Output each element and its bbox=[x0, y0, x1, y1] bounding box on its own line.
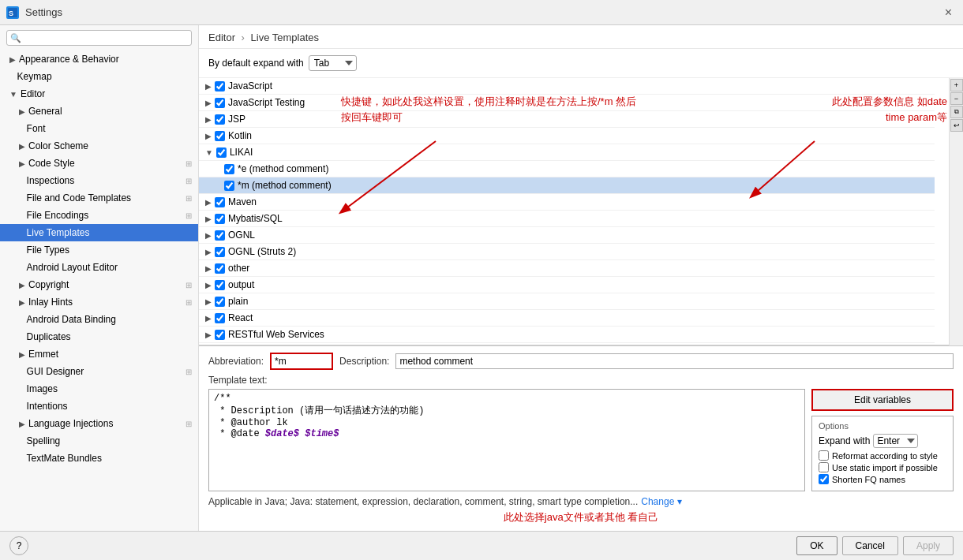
group-output[interactable]: ▶ output bbox=[199, 277, 935, 293]
expand-arrow-icon: ▼ bbox=[205, 148, 213, 157]
group-jsp-checkbox[interactable] bbox=[215, 114, 225, 125]
group-likai[interactable]: ▼ LIKAI bbox=[199, 144, 935, 161]
arrow-icon: ▼ bbox=[9, 90, 17, 99]
sidebar-item-file-types[interactable]: File Types bbox=[0, 241, 198, 259]
child-label: *e (method comment) bbox=[238, 163, 328, 174]
sidebar-item-android-data-binding[interactable]: Android Data Binding bbox=[0, 311, 198, 328]
group-mybatis[interactable]: ▶ Mybatis/SQL bbox=[199, 211, 935, 227]
close-button[interactable]: × bbox=[940, 4, 957, 21]
group-maven[interactable]: ▶ Maven bbox=[199, 194, 935, 211]
sidebar-item-code-style[interactable]: ▶ Code Style ⊞ bbox=[0, 155, 198, 172]
group-kotlin[interactable]: ▶ Kotlin bbox=[199, 128, 935, 144]
edit-variables-button[interactable]: Edit variables bbox=[811, 389, 954, 411]
arrow-icon bbox=[19, 229, 24, 237]
sidebar-item-intentions[interactable]: Intentions bbox=[0, 398, 198, 415]
template-code[interactable]: /** * Description (请用一句话描述方法的功能) * @auth… bbox=[208, 389, 805, 491]
group-jsp[interactable]: ▶ JSP bbox=[199, 111, 935, 128]
expand-label: By default expand with bbox=[208, 58, 304, 69]
group-other[interactable]: ▶ other bbox=[199, 260, 935, 277]
template-text-label: Template text: bbox=[208, 375, 954, 386]
expand-select[interactable]: Tab Enter Space bbox=[309, 55, 357, 71]
sidebar-item-label: General bbox=[28, 106, 62, 117]
group-kotlin-checkbox[interactable] bbox=[215, 131, 225, 141]
sidebar-item-duplicates[interactable]: Duplicates bbox=[0, 328, 198, 345]
group-javascript-testing[interactable]: ▶ JavaScript Testing bbox=[199, 95, 935, 111]
template-list[interactable]: ▶ JavaScript ▶ JavaScript Testing ▶ bbox=[199, 78, 949, 345]
change-link[interactable]: Change ▾ bbox=[641, 496, 681, 507]
page-icon: ⊞ bbox=[185, 420, 192, 428]
sidebar-item-images[interactable]: Images bbox=[0, 380, 198, 398]
group-ognl-struts2[interactable]: ▶ OGNL (Struts 2) bbox=[199, 244, 935, 260]
sidebar-item-language-injections[interactable]: ▶ Language Injections ⊞ bbox=[0, 415, 198, 432]
group-javascript-checkbox[interactable] bbox=[215, 81, 225, 91]
description-input[interactable] bbox=[395, 353, 954, 369]
group-likai-checkbox[interactable] bbox=[216, 147, 227, 158]
apply-button[interactable]: Apply bbox=[903, 536, 954, 555]
group-restful[interactable]: ▶ RESTful Web Services bbox=[199, 327, 935, 343]
child-label: *m (method comment) bbox=[238, 180, 332, 191]
group-ognl-checkbox[interactable] bbox=[215, 230, 225, 241]
code-line-3: * @author lk bbox=[214, 417, 800, 428]
cancel-button[interactable]: Cancel bbox=[842, 536, 898, 555]
group-javascript[interactable]: ▶ JavaScript bbox=[199, 78, 935, 95]
sidebar-item-label: Editor bbox=[21, 88, 45, 99]
search-box[interactable]: 🔍 bbox=[6, 30, 192, 46]
sidebar-item-live-templates[interactable]: Live Templates bbox=[0, 224, 198, 241]
child-star-m-checkbox[interactable] bbox=[224, 181, 234, 191]
sidebar: 🔍 ▶ Appearance & Behavior Keymap ▼ Edito… bbox=[0, 25, 199, 531]
sidebar-item-file-encodings[interactable]: File Encodings ⊞ bbox=[0, 207, 198, 224]
scroll-undo-button[interactable]: ↩ bbox=[950, 119, 963, 132]
group-plain[interactable]: ▶ plain bbox=[199, 293, 935, 310]
sidebar-item-inlay-hints[interactable]: ▶ Inlay Hints ⊞ bbox=[0, 293, 198, 311]
dialog-footer: ? OK Cancel Apply bbox=[0, 531, 963, 560]
arrow-icon bbox=[19, 368, 24, 376]
child-star-m[interactable]: *m (method comment) bbox=[199, 177, 935, 194]
group-javascript-testing-checkbox[interactable] bbox=[215, 98, 225, 108]
expand-arrow-icon: ▶ bbox=[205, 264, 212, 273]
child-star-e[interactable]: *e (method comment) bbox=[199, 161, 935, 177]
sidebar-item-keymap[interactable]: Keymap bbox=[0, 68, 198, 85]
ok-button[interactable]: OK bbox=[796, 536, 837, 555]
scroll-up-button[interactable]: + bbox=[950, 79, 963, 91]
static-import-checkbox[interactable] bbox=[819, 462, 829, 472]
help-button[interactable]: ? bbox=[9, 536, 28, 555]
sidebar-item-inspections[interactable]: Inspections ⊞ bbox=[0, 172, 198, 189]
group-mybatis-checkbox[interactable] bbox=[215, 214, 225, 224]
sidebar-item-font[interactable]: Font bbox=[0, 120, 198, 137]
group-react-checkbox[interactable] bbox=[215, 313, 225, 323]
sidebar-item-spelling[interactable]: Spelling bbox=[0, 432, 198, 450]
group-restful-checkbox[interactable] bbox=[215, 330, 225, 340]
page-icon: ⊞ bbox=[185, 368, 192, 376]
group-maven-checkbox[interactable] bbox=[215, 197, 225, 207]
group-other-checkbox[interactable] bbox=[215, 263, 225, 274]
expand-with-row: Expand with Enter Tab Space bbox=[819, 434, 946, 448]
child-star-e-checkbox[interactable] bbox=[224, 164, 234, 174]
expand-with-select[interactable]: Enter Tab Space bbox=[873, 434, 918, 448]
sidebar-item-appearance[interactable]: ▶ Appearance & Behavior bbox=[0, 50, 198, 68]
sidebar-item-color-scheme[interactable]: ▶ Color Scheme bbox=[0, 137, 198, 155]
group-label: output bbox=[228, 279, 254, 290]
sidebar-item-textmate-bundles[interactable]: TextMate Bundles bbox=[0, 450, 198, 467]
sidebar-item-editor[interactable]: ▼ Editor bbox=[0, 85, 198, 103]
sidebar-item-copyright[interactable]: ▶ Copyright ⊞ bbox=[0, 276, 198, 293]
group-react[interactable]: ▶ React bbox=[199, 310, 935, 327]
search-input[interactable] bbox=[24, 32, 188, 43]
arrow-icon: ▶ bbox=[19, 107, 25, 116]
page-icon: ⊞ bbox=[185, 177, 192, 185]
sidebar-item-emmet[interactable]: ▶ Emmet bbox=[0, 345, 198, 363]
group-ognl[interactable]: ▶ OGNL bbox=[199, 227, 935, 244]
sidebar-item-file-code-templates[interactable]: File and Code Templates ⊞ bbox=[0, 189, 198, 207]
sidebar-item-label: Android Data Binding bbox=[27, 314, 116, 325]
sidebar-item-general[interactable]: ▶ General bbox=[0, 103, 198, 120]
scroll-minus-button[interactable]: − bbox=[950, 92, 963, 105]
arrow-icon bbox=[19, 402, 24, 411]
group-output-checkbox[interactable] bbox=[215, 280, 225, 290]
sidebar-item-gui-designer[interactable]: GUI Designer ⊞ bbox=[0, 363, 198, 380]
reformat-checkbox[interactable] bbox=[819, 450, 829, 461]
sidebar-item-android-layout-editor[interactable]: Android Layout Editor bbox=[0, 259, 198, 276]
group-plain-checkbox[interactable] bbox=[215, 297, 225, 307]
scroll-copy-button[interactable]: ⧉ bbox=[950, 106, 963, 118]
shorten-fq-checkbox[interactable] bbox=[819, 474, 829, 484]
abbreviation-input[interactable] bbox=[270, 353, 333, 370]
group-ognl-struts2-checkbox[interactable] bbox=[215, 247, 225, 257]
